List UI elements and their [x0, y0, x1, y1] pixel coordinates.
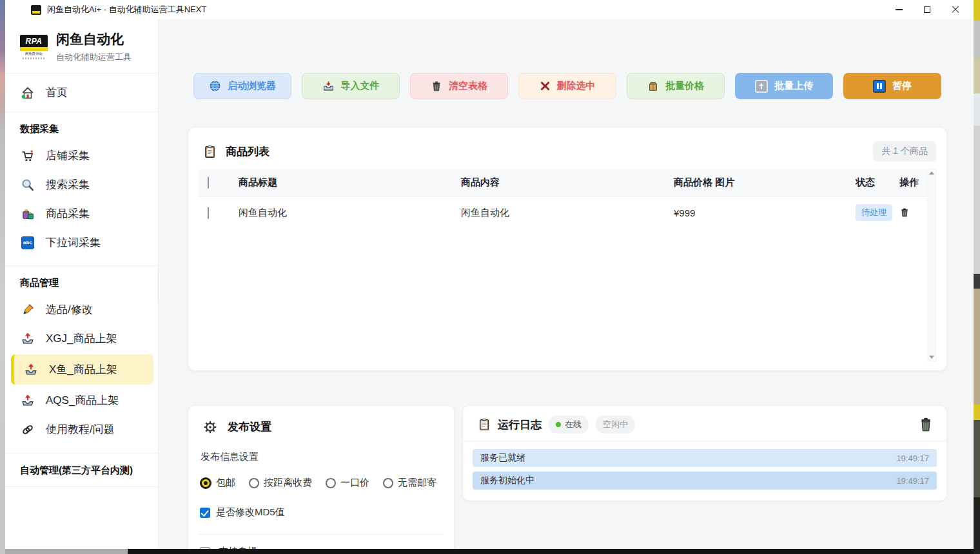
- app-title: 闲鱼自动化: [56, 30, 132, 48]
- radio-icon: [383, 478, 393, 488]
- clipboard-icon: [478, 418, 491, 431]
- radio-selected-icon: [200, 477, 211, 489]
- desktop-wallpaper-right: [974, 0, 980, 554]
- gear-icon: [203, 420, 217, 434]
- upload-tray-icon: [24, 363, 38, 377]
- app-subtitle: 自动化辅助运营工具: [56, 52, 132, 63]
- column-header-status: 状态: [856, 177, 899, 189]
- online-status-badge: 在线: [549, 416, 589, 434]
- product-table: 商品标题 商品内容 商品价格 图片 状态 操作 闲鱼自动化 闲鱼自动化 ¥999…: [199, 169, 936, 361]
- cell-product-title: 闲鱼自动化: [239, 207, 461, 219]
- radio-fixed-price[interactable]: 一口价: [326, 477, 369, 489]
- delete-selected-button[interactable]: 删除选中: [518, 73, 616, 99]
- checkbox-unchecked-icon: [200, 547, 210, 549]
- sidebar-item-label: 商品采集: [46, 206, 90, 221]
- product-count-badge: 共 1 个商品: [873, 141, 936, 162]
- link-icon: [21, 423, 35, 437]
- cart-icon: [21, 149, 35, 163]
- column-header-price-image: 商品价格 图片: [674, 177, 856, 189]
- pause-icon: [873, 80, 886, 93]
- publish-info-label: 发布信息设置: [201, 451, 454, 463]
- cell-product-content: 闲鱼自动化: [461, 207, 674, 219]
- upload-tray-icon: [21, 332, 35, 346]
- sidebar-item-xyu-upload[interactable]: X鱼_商品上架: [11, 354, 153, 385]
- radio-distance-fee[interactable]: 按距离收费: [249, 477, 312, 489]
- x-mark-icon: [540, 81, 551, 91]
- log-entry: 服务初始化中 19:49:17: [473, 472, 937, 490]
- abc-icon: abc: [21, 236, 35, 250]
- sidebar-item-label: 店铺采集: [46, 148, 90, 163]
- sidebar-item-label: 搜索采集: [46, 177, 90, 192]
- column-header-content: 商品内容: [461, 177, 674, 189]
- panel-title: 运行日志: [498, 417, 542, 432]
- scroll-down-arrow-icon[interactable]: [929, 356, 934, 359]
- sidebar-item-shop-collect[interactable]: 店铺采集: [5, 141, 158, 170]
- sidebar-item-tutorial[interactable]: 使用教程/问题: [5, 415, 158, 444]
- minimize-button[interactable]: [885, 0, 913, 19]
- toolbar: 启动浏览器 导入文件 清空表格 删除选中: [193, 73, 941, 99]
- maximize-icon: [924, 6, 930, 13]
- sidebar-item-label: 选品/修改: [46, 302, 93, 317]
- sidebar-section-data-collect: 数据采集: [5, 112, 158, 141]
- table-scrollbar[interactable]: [927, 169, 936, 361]
- sidebar-item-aqs-upload[interactable]: AQS_商品上架: [5, 386, 158, 415]
- search-icon: [21, 178, 35, 192]
- checkbox-checked-icon: [200, 508, 210, 518]
- launch-browser-button[interactable]: 启动浏览器: [193, 73, 291, 99]
- table-header-row: 商品标题 商品内容 商品价格 图片 状态 操作: [199, 169, 936, 196]
- taskbar-edge: [5, 549, 974, 554]
- sidebar-item-label: 下拉词采集: [46, 235, 101, 250]
- sidebar-section-auto-manage: 自动管理(第三方平台内测): [5, 454, 158, 482]
- pause-button[interactable]: 暂停: [843, 73, 941, 99]
- sidebar-item-label: 使用教程/问题: [46, 422, 115, 437]
- clear-table-button[interactable]: 清空表格: [410, 73, 508, 99]
- app-window: 闲鱼自动化Ai+ - 自动化辅助运营工具NEXT RPA 闲鱼自动化 闲鱼自动化…: [5, 0, 974, 549]
- batch-price-button[interactable]: 批量价格: [627, 73, 725, 99]
- log-timestamp: 19:49:17: [896, 476, 929, 486]
- upload-tray-icon: [21, 394, 35, 408]
- clipboard-icon: [203, 145, 217, 158]
- rpa-logo-icon: RPA 闲鱼自动化: [20, 35, 48, 59]
- globe-icon: [209, 80, 221, 92]
- sidebar-item-search-collect[interactable]: 搜索采集: [5, 170, 158, 199]
- select-all-checkbox[interactable]: [208, 177, 209, 189]
- pencil-icon: [21, 303, 35, 317]
- minimize-icon: [896, 9, 903, 10]
- self-pickup-checkbox-row[interactable]: 支持自提: [200, 546, 454, 549]
- sidebar-item-xgj-upload[interactable]: XGJ_商品上架: [5, 324, 158, 353]
- sidebar-item-select-modify[interactable]: 选品/修改: [5, 295, 158, 324]
- maximize-button[interactable]: [913, 0, 941, 19]
- product-list-panel: 商品列表 共 1 个商品 商品标题 商品内容 商品价格 图片 状态 操作 闲鱼自…: [188, 128, 946, 370]
- home-icon: [21, 86, 35, 100]
- sidebar-item-label: AQS_商品上架: [46, 393, 119, 408]
- app-icon: [31, 5, 41, 15]
- row-checkbox[interactable]: [208, 207, 209, 219]
- md5-checkbox-row[interactable]: 是否修改MD5值: [200, 506, 454, 519]
- sidebar-item-label: 首页: [46, 85, 68, 100]
- sidebar-item-dropdown-word-collect[interactable]: abc 下拉词采集: [5, 228, 158, 257]
- import-tray-icon: [322, 80, 335, 92]
- sidebar-item-home[interactable]: 首页: [5, 78, 158, 107]
- desktop-wallpaper-left: [0, 0, 5, 554]
- sidebar-item-label: XGJ_商品上架: [46, 331, 117, 346]
- shopping-bags-icon: [21, 207, 35, 221]
- radio-icon: [249, 478, 259, 488]
- panel-title: 发布设置: [228, 419, 271, 434]
- radio-icon: [326, 478, 336, 488]
- trash-icon: [431, 81, 442, 92]
- app-logo: RPA 闲鱼自动化 闲鱼自动化 自动化辅助运营工具: [5, 19, 158, 73]
- clear-log-button[interactable]: [918, 416, 934, 433]
- radio-no-shipping[interactable]: 无需邮寄: [383, 477, 436, 489]
- window-title: 闲鱼自动化Ai+ - 自动化辅助运营工具NEXT: [47, 4, 206, 15]
- log-entry: 服务已就绪 19:49:17: [473, 449, 937, 467]
- sidebar-section-product-manage: 商品管理: [5, 266, 158, 295]
- upload-arrow-icon: [755, 80, 768, 93]
- radio-free-shipping[interactable]: 包邮: [200, 477, 235, 489]
- batch-upload-button[interactable]: 批量上传: [735, 73, 833, 99]
- cell-product-price: ¥999: [674, 207, 856, 218]
- sidebar-item-product-collect[interactable]: 商品采集: [5, 199, 158, 228]
- import-file-button[interactable]: 导入文件: [302, 73, 400, 99]
- publish-settings-panel: 发布设置 发布信息设置 包邮 按距离收费 一口价 无需邮寄: [188, 406, 454, 549]
- close-button[interactable]: [941, 0, 970, 19]
- scroll-up-arrow-icon[interactable]: [929, 171, 934, 175]
